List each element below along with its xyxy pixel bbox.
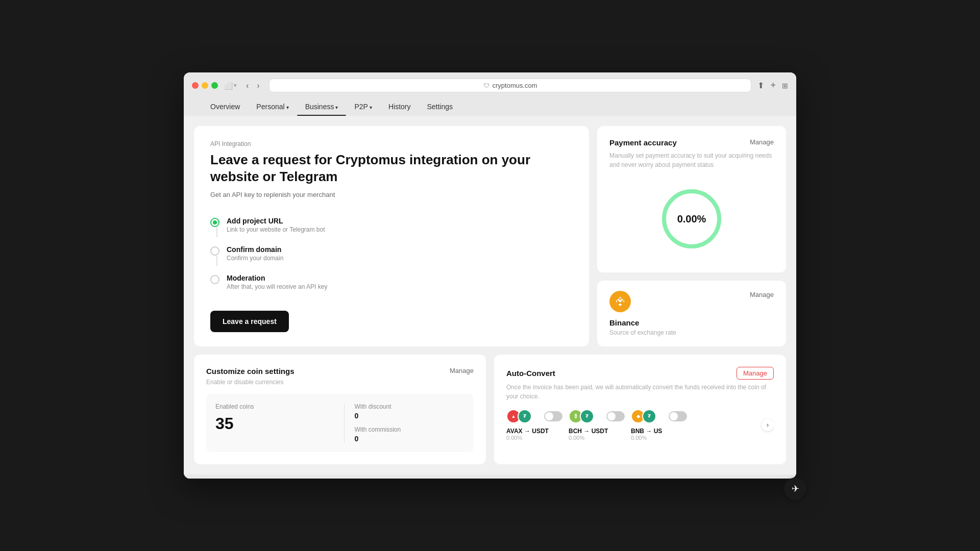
bch-pair: BCH → USDT — [569, 428, 608, 435]
p2p-chevron-icon: ▾ — [370, 105, 372, 110]
tab-settings[interactable]: Settings — [419, 97, 461, 116]
bnb-coin-icons: ◆ ₮ — [631, 409, 656, 423]
browser-window: ⬜ ▾ ‹ › 🛡 cryptomus.com ⬆ + ⊞ Overview — [184, 72, 796, 479]
binance-icon — [609, 291, 631, 312]
minimize-button[interactable] — [202, 82, 208, 89]
step-2-indicator — [210, 246, 219, 256]
binance-logo-icon — [614, 295, 626, 308]
convert-item-bnb: ◆ ₮ BNB → US 0.00% — [631, 409, 687, 441]
customize-manage[interactable]: Manage — [450, 367, 474, 374]
auto-convert-card: Auto-Convert Manage Once the invoice has… — [494, 355, 786, 464]
api-card-label: API Integration — [210, 140, 573, 147]
step-3-content: Moderation After that, you will receive … — [227, 274, 327, 290]
sidebar-toggle-button[interactable]: ⬜ ▾ — [224, 82, 237, 90]
tab-overview[interactable]: Overview — [202, 97, 248, 116]
nav-tabs: Overview Personal▾ Business▾ P2P▾ Histor… — [192, 97, 788, 116]
back-button[interactable]: ‹ — [243, 80, 252, 91]
with-commission-item: With commission 0 — [355, 426, 465, 443]
binance-header: Manage — [609, 291, 774, 312]
tab-personal[interactable]: Personal▾ — [248, 97, 297, 116]
step-2-desc: Confirm your domain — [227, 255, 283, 262]
with-discount-label: With discount — [355, 403, 465, 410]
address-bar[interactable]: 🛡 cryptomus.com — [269, 79, 752, 92]
usdt-icon-1: ₮ — [518, 409, 532, 423]
maximize-button[interactable] — [211, 82, 218, 89]
auto-convert-header: Auto-Convert Manage — [506, 367, 774, 380]
api-card-title: Leave a request for Cryptomus integratio… — [210, 152, 573, 185]
auto-convert-desc: Once the invoice has been paid, we will … — [506, 383, 774, 401]
shield-icon: 🛡 — [483, 82, 489, 89]
svg-marker-4 — [616, 300, 618, 303]
payment-accuracy-manage[interactable]: Manage — [750, 138, 774, 146]
enabled-coins-section: Enabled coins 35 — [215, 403, 336, 443]
sidebar-icon: ⬜ — [224, 82, 233, 90]
leave-request-button[interactable]: Leave a request — [210, 311, 289, 332]
bch-coin-icons: ₿ ₮ — [569, 409, 594, 423]
right-cards: Payment accuracy Manage Manually set pay… — [597, 126, 786, 346]
enabled-coins-label: Enabled coins — [215, 403, 326, 410]
convert-item-avax: ▲ ₮ AVAX → USDT 0.00% — [506, 409, 562, 441]
tab-history[interactable]: History — [380, 97, 419, 116]
discount-section: With discount 0 With commission 0 — [353, 403, 465, 443]
tab-p2p[interactable]: P2P▾ — [346, 97, 380, 116]
customize-desc: Enable or disable currencies — [206, 379, 474, 386]
bottom-content-grid: Customize coin settings Manage Enable or… — [194, 355, 786, 464]
bch-toggle[interactable] — [606, 411, 625, 421]
svg-marker-2 — [619, 296, 622, 299]
avax-toggle[interactable] — [544, 411, 562, 421]
steps-list: Add project URL Link to your website or … — [210, 213, 573, 294]
bch-rate: 0.00% — [569, 435, 584, 441]
browser-action-buttons: ⬆ + ⊞ — [757, 80, 788, 91]
avax-rate: 0.00% — [506, 435, 522, 441]
svg-marker-5 — [623, 300, 625, 303]
step-line-2 — [216, 256, 217, 266]
bnb-toggle[interactable] — [669, 411, 687, 421]
chat-button[interactable]: ✈ — [784, 478, 806, 500]
payment-accuracy-header: Payment accuracy Manage — [609, 138, 774, 147]
tabs-overview-button[interactable]: ⊞ — [782, 80, 788, 91]
coins-divider — [344, 403, 345, 443]
step-1-title: Add project URL — [227, 217, 325, 225]
with-commission-label: With commission — [355, 426, 465, 433]
browser-titlebar: ⬜ ▾ ‹ › 🛡 cryptomus.com ⬆ + ⊞ — [192, 79, 788, 92]
share-button[interactable]: ⬆ — [757, 80, 764, 91]
with-discount-value: 0 — [355, 412, 465, 420]
accuracy-circle-chart: 0.00% — [658, 186, 725, 252]
convert-item-avax-top: ▲ ₮ — [506, 409, 562, 423]
customize-title: Customize coin settings — [206, 367, 295, 375]
convert-items-next-button[interactable]: › — [762, 419, 774, 431]
close-button[interactable] — [192, 82, 199, 89]
with-commission-value: 0 — [355, 435, 465, 443]
avax-coin-icons: ▲ ₮ — [506, 409, 532, 423]
tab-business[interactable]: Business▾ — [297, 97, 347, 116]
coins-inner: Enabled coins 35 With discount 0 With co… — [206, 394, 474, 452]
step-2-title: Confirm domain — [227, 245, 283, 254]
bnb-rate: 0.00% — [631, 435, 647, 441]
binance-manage[interactable]: Manage — [750, 291, 774, 298]
top-content-grid: API Integration Leave a request for Cryp… — [194, 126, 786, 346]
api-integration-card: API Integration Leave a request for Cryp… — [194, 126, 589, 346]
step-line-1 — [216, 227, 217, 237]
customize-coins-card: Customize coin settings Manage Enable or… — [194, 355, 486, 464]
accuracy-value: 0.00% — [677, 213, 706, 225]
usdt-icon-2: ₮ — [580, 409, 594, 423]
step-3: Moderation After that, you will receive … — [210, 270, 573, 294]
nav-arrows: ‹ › — [243, 80, 263, 91]
usdt-icon-3: ₮ — [642, 409, 656, 423]
forward-button[interactable]: › — [254, 80, 262, 91]
new-tab-button[interactable]: + — [770, 80, 776, 91]
circle-container: 0.00% — [609, 178, 774, 260]
bnb-pair: BNB → US — [631, 428, 662, 435]
binance-desc: Source of exchange rate — [609, 329, 774, 336]
auto-convert-title: Auto-Convert — [506, 369, 555, 378]
auto-convert-manage[interactable]: Manage — [737, 367, 774, 380]
step-3-title: Moderation — [227, 274, 327, 282]
convert-item-bnb-top: ◆ ₮ — [631, 409, 687, 423]
convert-item-bch-top: ₿ ₮ — [569, 409, 625, 423]
traffic-lights — [192, 82, 218, 89]
step-3-desc: After that, you will receive an API key — [227, 283, 327, 290]
browser-content: API Integration Leave a request for Cryp… — [184, 116, 796, 474]
convert-item-bch: ₿ ₮ BCH → USDT 0.00% — [569, 409, 625, 441]
step-1-indicator — [210, 218, 219, 227]
svg-marker-3 — [617, 299, 623, 303]
